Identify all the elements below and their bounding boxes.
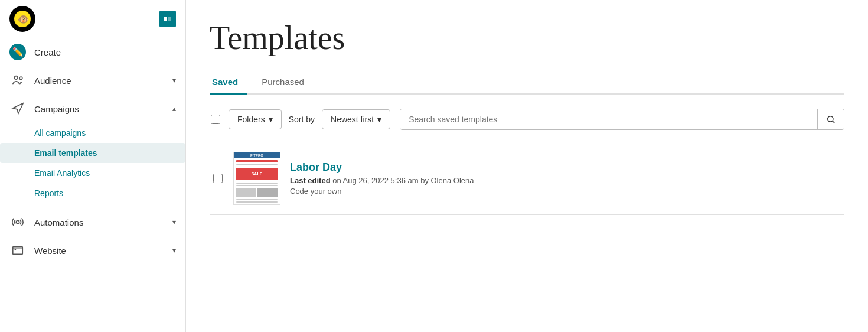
sidebar-item-create[interactable]: ✏️ Create — [0, 38, 185, 66]
template-meta: Last edited on Aug 26, 2022 5:36 am by O… — [290, 176, 842, 185]
website-label: Website — [34, 246, 66, 256]
sidebar-item-website[interactable]: Website ▾ — [0, 236, 185, 265]
audience-label: Audience — [34, 76, 71, 86]
email-templates-label: Email templates — [34, 148, 97, 158]
search-input[interactable] — [400, 109, 817, 129]
reports-label: Reports — [34, 188, 63, 198]
svg-rect-2 — [164, 17, 167, 21]
website-icon — [9, 242, 26, 259]
campaigns-label: Campaigns — [34, 104, 79, 114]
folders-chevron-icon: ▾ — [269, 115, 273, 124]
campaigns-chevron: ▴ — [172, 105, 176, 113]
template-checkbox-wrapper[interactable] — [212, 172, 224, 184]
automations-chevron: ▾ — [172, 218, 176, 226]
select-all-checkbox[interactable] — [211, 115, 220, 124]
template-name[interactable]: Labor Day — [290, 161, 842, 174]
sort-value: Newest first — [331, 115, 374, 124]
tabs-bar: Saved Purchased — [210, 71, 844, 95]
sidebar-item-automations[interactable]: Automations ▾ — [0, 208, 185, 236]
all-campaigns-label: All campaigns — [34, 128, 86, 138]
website-chevron: ▾ — [172, 246, 176, 255]
template-checkbox[interactable] — [213, 174, 223, 183]
template-list: FITPRO SALE — [210, 142, 844, 215]
folders-button[interactable]: Folders ▾ — [229, 109, 282, 129]
sidebar-item-reports[interactable]: Reports — [0, 183, 185, 203]
audience-icon — [9, 72, 26, 89]
svg-point-4 — [15, 76, 18, 80]
search-wrapper — [400, 109, 844, 130]
folders-label: Folders — [237, 115, 265, 124]
sidebar-header: 🐵 — [0, 0, 185, 38]
last-edited-on: on Aug 26, 2022 5:36 am by Olena Olena — [332, 176, 474, 185]
automations-icon — [9, 214, 26, 230]
main-content: Templates Saved Purchased Folders ▾ Sort… — [186, 0, 868, 332]
sidebar-item-all-campaigns[interactable]: All campaigns — [0, 123, 185, 143]
sidebar-item-audience[interactable]: Audience ▾ — [0, 66, 185, 95]
automations-label: Automations — [34, 217, 83, 227]
search-button[interactable] — [817, 109, 844, 129]
svg-point-5 — [19, 77, 22, 80]
campaigns-icon — [9, 100, 26, 117]
sort-button[interactable]: Newest first ▾ — [322, 109, 390, 129]
sidebar-item-email-analytics[interactable]: Email Analytics — [0, 163, 185, 183]
template-type: Code your own — [290, 187, 842, 196]
svg-line-9 — [833, 121, 834, 123]
search-icon — [826, 115, 836, 124]
toolbar: Folders ▾ Sort by Newest first ▾ — [210, 109, 844, 130]
page-title: Templates — [210, 19, 844, 57]
svg-point-6 — [16, 220, 19, 224]
email-analytics-label: Email Analytics — [34, 168, 90, 178]
template-info: Labor Day Last edited on Aug 26, 2022 5:… — [290, 161, 842, 196]
collapse-sidebar-button[interactable] — [159, 11, 176, 27]
tab-purchased[interactable]: Purchased — [259, 71, 314, 95]
sidebar-item-email-templates[interactable]: Email templates — [0, 143, 185, 163]
last-edited-label: Last edited — [290, 176, 331, 185]
svg-rect-3 — [168, 17, 171, 21]
mailchimp-logo[interactable]: 🐵 — [9, 6, 35, 32]
sidebar-item-campaigns[interactable]: Campaigns ▴ — [0, 95, 185, 123]
create-icon: ✏️ — [9, 44, 26, 60]
create-label: Create — [34, 47, 61, 57]
sidebar: 🐵 ✏️ Create Audience ▾ Campaigns ▴ All c… — [0, 0, 186, 332]
sort-by-label: Sort by — [289, 115, 315, 124]
svg-rect-7 — [13, 247, 23, 255]
table-row: FITPRO SALE — [210, 142, 844, 215]
select-all-checkbox-wrapper[interactable] — [210, 113, 221, 125]
template-thumbnail: FITPRO SALE — [233, 152, 280, 205]
tab-saved[interactable]: Saved — [210, 71, 247, 95]
svg-text:🐵: 🐵 — [18, 14, 30, 25]
audience-chevron: ▾ — [172, 76, 176, 84]
sort-chevron-icon: ▾ — [377, 115, 381, 124]
